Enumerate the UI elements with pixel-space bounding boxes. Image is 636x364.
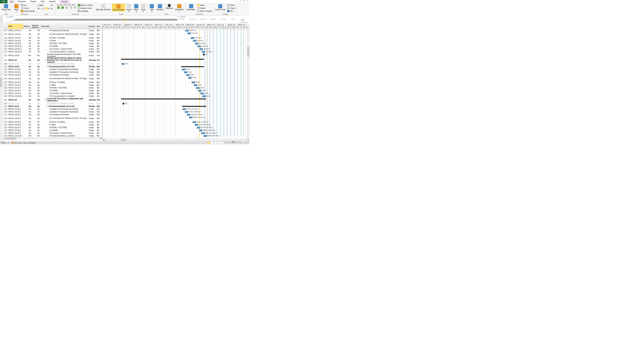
cell-wbs[interactable]: SPU3.1.15.16.6 (8, 84, 23, 86)
cell-milestone[interactable]: No (23, 111, 32, 113)
cell-reporting-milestone[interactable]: Yes (32, 54, 41, 56)
cell-wbs[interactable]: SPU3.1.15.16.5 (8, 81, 23, 83)
cell-taskname[interactable]: #9 PCW2 + #10 TWS2 (41, 126, 89, 129)
task-bar[interactable] (192, 82, 195, 83)
cell-wbs[interactable]: SPU3.1.16.16.3 (8, 114, 23, 116)
gantt-row[interactable] (103, 105, 250, 108)
insert-task-button[interactable]: Task▾ (148, 4, 155, 13)
row-number[interactable]: 131 (3, 51, 8, 53)
task-bar[interactable] (189, 116, 192, 118)
cell-start[interactable]: We (96, 48, 102, 50)
gantt-row[interactable]: Nosheen (103, 50, 250, 53)
task-bar[interactable] (199, 130, 202, 131)
font-size-select[interactable] (50, 4, 55, 6)
row-number[interactable]: 133 (3, 59, 8, 61)
bold-button[interactable]: B (38, 8, 40, 10)
row-number[interactable]: 158 (3, 135, 8, 137)
cell-wbs[interactable]: SPU3.1.14.34 (8, 54, 23, 56)
row-number[interactable]: 136 (3, 68, 8, 70)
row-number[interactable]: 145 (3, 95, 8, 97)
gantt-row[interactable]: Balan (103, 76, 250, 81)
cell-reporting-milestone[interactable]: No (32, 33, 41, 35)
refresh-icon[interactable]: ⟳ (8, 142, 10, 144)
cell-milestone[interactable]: No (23, 99, 32, 101)
indent-button[interactable] (61, 6, 64, 9)
cell-reporting-milestone[interactable]: No (32, 74, 41, 76)
summary-bar[interactable] (182, 106, 206, 107)
cell-start[interactable]: Mor (96, 30, 102, 32)
help-icon[interactable]: ? (240, 0, 243, 3)
cell-wbs[interactable]: SPU3.1.16.16.7 (8, 126, 23, 128)
cell-duration[interactable]: 50 days (88, 66, 96, 68)
cell-start[interactable]: Mor (96, 118, 102, 119)
summary-bar[interactable] (121, 98, 206, 100)
cell-wbs[interactable]: SPU3.1.14.16.4 (8, 33, 23, 35)
cell-wbs[interactable]: SPU3.1.16.16.5 (8, 121, 23, 123)
cell-reporting-milestone[interactable]: No (32, 59, 41, 61)
cell-taskname[interactable]: #4 Company Info Domain (41, 74, 89, 76)
table-row[interactable]: 138SPU3.1.15.16.3NoNo#4 Company Info Dom… (3, 74, 102, 76)
cell-taskname[interactable]: Pre-Iteration #2 Foundational Steps (41, 102, 89, 105)
cell-start[interactable]: We (96, 132, 102, 134)
row-number[interactable]: 135 (3, 66, 8, 68)
task-bar[interactable] (203, 135, 207, 137)
task-bar[interactable] (187, 114, 190, 116)
table-row[interactable]: 147SPU3.1.16.15YesNoPre-Iteration #2 Fou… (3, 102, 102, 105)
cell-duration[interactable]: 5 days (88, 78, 96, 80)
tab-acrobat[interactable]: Acrobat (47, 0, 58, 3)
cell-taskname[interactable]: #7 Work (41, 84, 89, 86)
respect-links-button[interactable]: Respect Links (77, 7, 94, 10)
row-number[interactable]: 127 (3, 40, 8, 42)
cell-milestone[interactable]: No (23, 37, 32, 39)
table-row[interactable]: 125SPU3.1.14.16.4NoNo#5 Community (incl.… (3, 32, 102, 36)
task-bar[interactable] (192, 121, 196, 123)
cell-taskname[interactable]: #6 Team + #14 Blog (41, 121, 89, 123)
col-header-taskname[interactable]: Task Name (41, 24, 88, 29)
task-bar[interactable] (187, 32, 191, 34)
cell-taskname[interactable]: #4 Company Info Domain (41, 30, 89, 32)
table-row[interactable]: 155SPU3.1.16.16.7NoNo#9 PCW2 + #10 TWS25… (3, 126, 102, 129)
task-bar[interactable] (186, 74, 190, 76)
task-bar[interactable] (198, 90, 201, 92)
cell-taskname[interactable]: #12 Livewire + Search Centre (41, 92, 89, 94)
underline-button[interactable]: U (42, 8, 44, 10)
cell-start[interactable]: We (96, 45, 102, 47)
table-row[interactable]: 124SPU3.1.14.16.3NoNo#4 Company Info Dom… (3, 29, 102, 32)
cell-duration[interactable]: 0 days (88, 54, 96, 56)
cell-milestone[interactable]: No (23, 84, 32, 86)
table-row[interactable]: 143SPU3.1.15.16.8NoNo#11 MySite5 daysWe (3, 89, 102, 92)
gantt-row[interactable]: Balan and Marco (103, 126, 250, 129)
cell-milestone[interactable]: No (23, 129, 32, 131)
cell-start[interactable]: We (96, 42, 102, 44)
gantt-row[interactable]: Nosheen (103, 42, 250, 45)
row-number[interactable]: 125 (3, 33, 8, 35)
cell-milestone[interactable]: No (23, 40, 32, 42)
cell-wbs[interactable]: SPU3.1.14.16.11 (8, 48, 23, 50)
gantt-hscroll[interactable]: ◂▸ (103, 139, 250, 141)
cell-milestone[interactable]: No (23, 45, 32, 47)
cell-taskname[interactable]: #11 MySite (41, 45, 89, 47)
inspect-button[interactable]: Inspect▾ (125, 4, 132, 13)
col-header-rownum[interactable] (3, 24, 8, 29)
cell-reporting-milestone[interactable]: No (32, 87, 41, 89)
table-row[interactable]: 152SPU3.1.16.16.4NoNo#5 Community (incl.… (3, 116, 102, 121)
fontcolor-button[interactable]: A▾ (50, 8, 53, 10)
cell-reporting-milestone[interactable]: No (32, 51, 41, 53)
cell-milestone[interactable]: No (23, 108, 32, 110)
cell-start[interactable]: We (96, 40, 102, 42)
cell-reporting-milestone[interactable]: No (32, 84, 41, 86)
table-row[interactable]: 139SPU3.1.15.16.4NoNo#5 Community (incl.… (3, 76, 102, 81)
row-number[interactable]: 142 (3, 87, 8, 89)
scroll-to-task-button[interactable]: Scroll to Task (215, 4, 226, 11)
cell-reporting-milestone[interactable]: No (32, 121, 41, 123)
row-number[interactable]: 129 (3, 45, 8, 47)
task-bar[interactable] (185, 111, 188, 113)
pct75-button[interactable]: 75% (67, 4, 71, 6)
cell-milestone[interactable]: No (23, 63, 32, 65)
font-name-select[interactable] (38, 4, 50, 6)
col-header-reporting-milestone[interactable]: Reportin Milestor▾ (32, 24, 41, 29)
cell-taskname[interactable]: #9 PCW2 + #10 TWS2 (41, 87, 89, 89)
cell-milestone[interactable]: No (23, 118, 32, 119)
cell-taskname[interactable]: −Remaining Iterations #2 to #14 (41, 105, 89, 108)
cell-taskname[interactable]: #6 Team + #14 Blog (41, 81, 89, 84)
